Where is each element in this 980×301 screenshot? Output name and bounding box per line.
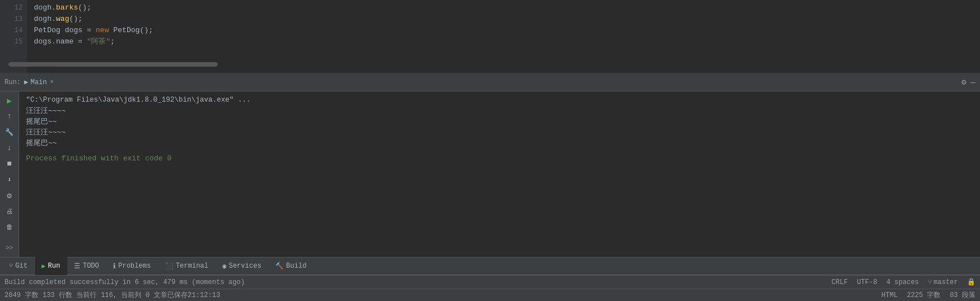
- cmd-line: "C:\Program Files\Java\jdk1.8.0_192\bin\…: [26, 95, 973, 106]
- vcs-branch[interactable]: ⑂ master: [928, 278, 958, 286]
- tab-git-label: Git: [15, 262, 28, 270]
- tab-services[interactable]: ◉ Services: [215, 257, 268, 275]
- build-status: Build completed successfully in 6 sec, 4…: [5, 278, 245, 286]
- scroll-up-button[interactable]: ↑: [3, 110, 16, 123]
- problems-icon: ℹ: [113, 262, 116, 271]
- todo-icon: ☰: [74, 262, 80, 271]
- run-output[interactable]: "C:\Program Files\Java\jdk1.8.0_192\bin\…: [19, 91, 980, 257]
- code-area: 12 13 14 15 dogh.barks(); dogh.wag(); Pe…: [0, 0, 980, 73]
- encoding[interactable]: UTF-8: [857, 278, 877, 286]
- status-right: CRLF UTF-8 4 spaces ⑂ master 🔒: [831, 278, 975, 286]
- run-header-right: ⚙ —: [961, 77, 975, 87]
- scroll-down-button[interactable]: ↓: [3, 141, 16, 155]
- settings-button[interactable]: ⚙: [3, 189, 16, 202]
- build-icon: 🔨: [275, 262, 284, 271]
- run-panel: Run: ▶ Main × ⚙ — ▶ ↑ 🔧 ↓ ■ ⬇ ⚙ 🖨 🗑 >>: [0, 73, 980, 257]
- run-tab-icon: ▶: [24, 78, 28, 86]
- play-button[interactable]: ▶: [3, 94, 16, 107]
- code-line-12: dogh.barks();: [34, 2, 973, 14]
- run-label: Run:: [5, 78, 21, 86]
- code-line-14: PetDog dogs = new PetDog();: [34, 25, 973, 36]
- tab-problems-label: Problems: [118, 262, 151, 270]
- tab-terminal-label: Terminal: [176, 262, 209, 270]
- terminal-icon: ⬛: [165, 262, 174, 271]
- status-left: Build completed successfully in 6 sec, 4…: [5, 278, 245, 286]
- line-count: 83 段落: [949, 290, 975, 300]
- tab-services-label: Services: [229, 262, 262, 270]
- position-info: 2849 字数 133 行数 当前行 116, 当前列 0 文章已保存21:12…: [5, 290, 220, 300]
- wrench-button[interactable]: 🔧: [3, 125, 16, 139]
- code-line-13: dogh.wag();: [34, 14, 973, 25]
- vcs-icon: ⑂: [928, 278, 932, 286]
- status-bottom-left: 2849 字数 133 行数 当前行 116, 当前列 0 文章已保存21:12…: [5, 290, 220, 300]
- file-type[interactable]: HTML: [882, 291, 898, 299]
- delete-button[interactable]: 🗑: [3, 220, 16, 234]
- output-line-3: 汪汪汪~~~~: [26, 127, 973, 138]
- run-icon: ▶: [42, 262, 46, 271]
- status-bar: Build completed successfully in 6 sec, 4…: [0, 275, 980, 289]
- dump-button[interactable]: ⬇: [3, 173, 16, 186]
- bottom-tabs: ⑂ Git ▶ Run ☰ TODO ℹ Problems ⬛ Terminal…: [0, 257, 980, 275]
- output-line-2: 摇尾巴~~: [26, 116, 973, 127]
- line-num-13: 13: [5, 14, 23, 25]
- run-toolbar: ▶ ↑ 🔧 ↓ ■ ⬇ ⚙ 🖨 🗑 >>: [0, 91, 19, 257]
- line-num-blank: [5, 47, 23, 59]
- tab-todo[interactable]: ☰ TODO: [67, 257, 106, 275]
- tab-problems[interactable]: ℹ Problems: [106, 257, 158, 275]
- run-tab-container: ▶ Main ×: [24, 78, 54, 86]
- line-num-15: 15: [5, 36, 23, 47]
- tab-todo-label: TODO: [83, 262, 99, 270]
- tab-git[interactable]: ⑂ Git: [2, 257, 35, 275]
- tab-run[interactable]: ▶ Run: [35, 257, 68, 275]
- run-header: Run: ▶ Main × ⚙ —: [0, 73, 980, 91]
- git-icon: ⑂: [9, 262, 13, 270]
- line-num-12: 12: [5, 2, 23, 14]
- run-tab-close[interactable]: ×: [50, 79, 54, 85]
- line-ending[interactable]: CRLF: [831, 278, 848, 286]
- status-bar-bottom: 2849 字数 133 行数 当前行 116, 当前列 0 文章已保存21:12…: [0, 289, 980, 301]
- run-content-area: ▶ ↑ 🔧 ↓ ■ ⬇ ⚙ 🖨 🗑 >> "C:\Program Files\J…: [0, 91, 980, 257]
- line-num-14: 14: [5, 25, 23, 36]
- scrollbar-thumb[interactable]: [8, 62, 218, 67]
- process-finished-line: Process finished with exit code 0: [26, 153, 973, 164]
- tab-build-label: Build: [286, 262, 306, 270]
- status-bottom-right: HTML 2225 字数 83 段落: [882, 290, 975, 300]
- word-count: 2225 字数: [907, 290, 940, 300]
- more-button[interactable]: >>: [4, 241, 15, 255]
- gear-icon[interactable]: ⚙: [961, 77, 966, 87]
- minimize-icon[interactable]: —: [971, 78, 975, 87]
- tab-run-label: Run: [48, 262, 60, 270]
- output-line-1: 汪汪汪~~~~: [26, 106, 973, 116]
- scrollbar-area: [8, 62, 218, 67]
- run-tab-label[interactable]: Main: [31, 78, 47, 86]
- code-line-15: dogs.name = "阿茶";: [34, 36, 973, 47]
- output-line-4: 摇尾巴~~: [26, 138, 973, 149]
- indent[interactable]: 4 spaces: [886, 278, 919, 286]
- tab-terminal[interactable]: ⬛ Terminal: [158, 257, 216, 275]
- lock-icon: 🔒: [967, 278, 975, 286]
- services-icon: ◉: [222, 262, 226, 271]
- vcs-branch-name: master: [934, 278, 958, 286]
- tab-build[interactable]: 🔨 Build: [268, 257, 314, 275]
- stop-button[interactable]: ■: [3, 157, 16, 171]
- run-header-left: Run: ▶ Main ×: [5, 78, 54, 86]
- print-button[interactable]: 🖨: [3, 204, 16, 218]
